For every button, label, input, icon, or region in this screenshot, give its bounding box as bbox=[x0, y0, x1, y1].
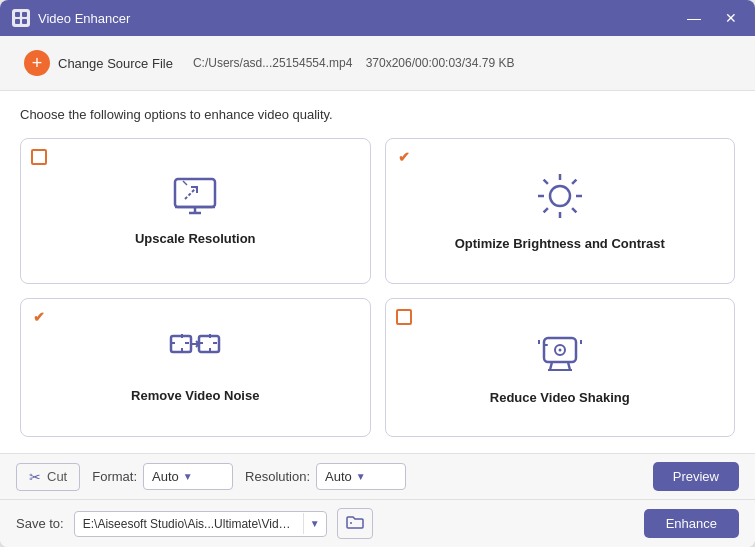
save-bar: Save to: E:\Aiseesoft Studio\Ais...Ultim… bbox=[0, 499, 755, 547]
svg-rect-20 bbox=[181, 334, 183, 338]
svg-rect-25 bbox=[209, 334, 211, 338]
checkbox-stabilize[interactable] bbox=[396, 309, 414, 327]
save-path-text: E:\Aiseesoft Studio\Ais...Ultimate\Video… bbox=[75, 512, 303, 536]
svg-line-8 bbox=[185, 187, 197, 199]
svg-rect-26 bbox=[209, 348, 211, 352]
plus-circle-icon: + bbox=[24, 50, 50, 76]
save-to-label: Save to: bbox=[16, 516, 64, 531]
svg-rect-1 bbox=[22, 12, 27, 17]
resolution-dropdown-arrow: ▼ bbox=[356, 471, 366, 482]
minimize-button[interactable]: — bbox=[681, 9, 707, 27]
svg-point-32 bbox=[558, 348, 561, 351]
app-icon bbox=[12, 9, 30, 27]
brightness-label: Optimize Brightness and Contrast bbox=[455, 236, 665, 251]
brightness-icon bbox=[534, 170, 586, 226]
svg-rect-4 bbox=[175, 179, 215, 207]
option-card-denoise[interactable]: ✔ bbox=[20, 298, 371, 438]
instruction-text: Choose the following options to enhance … bbox=[20, 107, 735, 122]
svg-rect-0 bbox=[15, 12, 20, 17]
option-card-brightness[interactable]: ✔ Optimize Brig bbox=[385, 138, 736, 284]
resolution-group: Resolution: Auto ▼ bbox=[245, 463, 406, 490]
window-controls: — ✕ bbox=[681, 9, 743, 27]
title-bar: Video Enhancer — ✕ bbox=[0, 0, 755, 36]
resolution-dropdown[interactable]: Auto ▼ bbox=[316, 463, 406, 490]
upscale-label: Upscale Resolution bbox=[135, 231, 256, 246]
option-card-upscale[interactable]: Upscale Resolution bbox=[20, 138, 371, 284]
checkbox-upscale[interactable] bbox=[31, 149, 49, 167]
svg-line-15 bbox=[543, 180, 547, 184]
checkbox-unchecked-icon bbox=[31, 149, 47, 165]
svg-rect-38 bbox=[580, 340, 582, 344]
svg-rect-37 bbox=[538, 340, 540, 344]
checkbox-checked-denoise-icon: ✔ bbox=[31, 309, 47, 325]
cut-button[interactable]: ✂ Cut bbox=[16, 463, 80, 491]
save-path-container: E:\Aiseesoft Studio\Ais...Ultimate\Video… bbox=[74, 511, 327, 537]
format-dropdown-arrow: ▼ bbox=[183, 471, 193, 482]
format-value: Auto bbox=[152, 469, 179, 484]
svg-line-9 bbox=[183, 181, 187, 185]
content-area: Choose the following options to enhance … bbox=[0, 91, 755, 453]
toolbar-bar: ✂ Cut Format: Auto ▼ Resolution: Auto ▼ … bbox=[0, 453, 755, 499]
app-title: Video Enhancer bbox=[38, 11, 130, 26]
svg-rect-39 bbox=[350, 522, 352, 524]
svg-rect-2 bbox=[15, 19, 20, 24]
options-grid: Upscale Resolution ✔ bbox=[20, 138, 735, 437]
denoise-icon bbox=[167, 332, 223, 378]
svg-line-17 bbox=[572, 180, 576, 184]
checkbox-brightness[interactable]: ✔ bbox=[396, 149, 414, 167]
svg-rect-28 bbox=[213, 342, 217, 344]
svg-point-10 bbox=[550, 186, 570, 206]
folder-button[interactable] bbox=[337, 508, 373, 539]
cut-label: Cut bbox=[47, 469, 67, 484]
preview-button[interactable]: Preview bbox=[653, 462, 739, 491]
stabilize-icon bbox=[534, 330, 586, 380]
scissors-icon: ✂ bbox=[29, 469, 41, 485]
checkbox-denoise[interactable]: ✔ bbox=[31, 309, 49, 327]
svg-line-18 bbox=[543, 208, 547, 212]
stabilize-label: Reduce Video Shaking bbox=[490, 390, 630, 405]
upscale-icon bbox=[169, 175, 221, 221]
checkbox-unchecked-stabilize-icon bbox=[396, 309, 412, 325]
svg-line-16 bbox=[572, 208, 576, 212]
change-source-label: Change Source File bbox=[58, 56, 173, 71]
denoise-label: Remove Video Noise bbox=[131, 388, 259, 403]
change-source-button[interactable]: + Change Source File bbox=[16, 46, 181, 80]
app-window: Video Enhancer — ✕ + Change Source File … bbox=[0, 0, 755, 547]
svg-rect-23 bbox=[185, 342, 189, 344]
title-bar-left: Video Enhancer bbox=[12, 9, 130, 27]
enhance-button[interactable]: Enhance bbox=[644, 509, 739, 538]
checkbox-checked-icon: ✔ bbox=[396, 149, 412, 165]
file-path: C:/Users/asd...25154554.mp4 370x206/00:0… bbox=[193, 56, 739, 70]
svg-rect-36 bbox=[544, 344, 548, 346]
format-dropdown[interactable]: Auto ▼ bbox=[143, 463, 233, 490]
format-group: Format: Auto ▼ bbox=[92, 463, 233, 490]
resolution-value: Auto bbox=[325, 469, 352, 484]
svg-rect-21 bbox=[181, 348, 183, 352]
option-card-stabilize[interactable]: Reduce Video Shaking bbox=[385, 298, 736, 438]
resolution-label: Resolution: bbox=[245, 469, 310, 484]
svg-rect-22 bbox=[171, 342, 175, 344]
save-path-dropdown-arrow[interactable]: ▼ bbox=[303, 513, 326, 534]
close-button[interactable]: ✕ bbox=[719, 9, 743, 27]
svg-rect-3 bbox=[22, 19, 27, 24]
format-label: Format: bbox=[92, 469, 137, 484]
source-bar: + Change Source File C:/Users/asd...2515… bbox=[0, 36, 755, 91]
